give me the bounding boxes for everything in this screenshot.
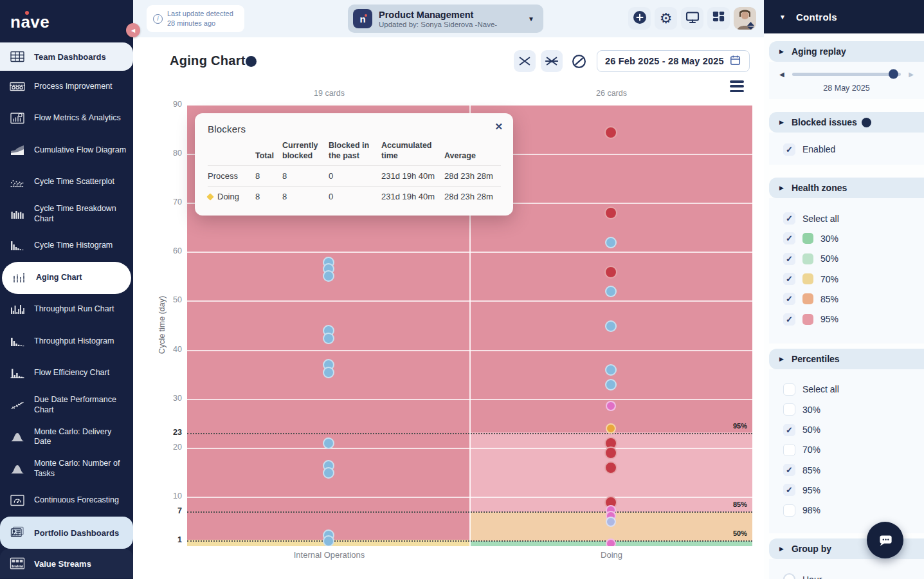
checkbox[interactable] (783, 293, 795, 305)
display-button[interactable] (681, 7, 703, 30)
trendlines-off-button[interactable] (541, 50, 563, 72)
sidebar-item-cycle-time-breakdown-chart[interactable]: Cycle Time Breakdown Chart (0, 198, 133, 230)
apps-button[interactable] (707, 7, 730, 30)
disable-button[interactable] (568, 50, 590, 72)
checkbox[interactable] (783, 383, 795, 396)
chart-dot[interactable] (323, 437, 334, 449)
trendlines-button[interactable] (514, 50, 536, 72)
radio-button[interactable] (783, 573, 795, 579)
sidebar-item-process-improvement[interactable]: Process Improvement (0, 71, 133, 103)
info-icon[interactable] (862, 118, 871, 127)
popup-cell: 231d 19h 40m (381, 187, 444, 207)
info-icon[interactable] (246, 56, 257, 67)
sidebar-item-cycle-time-histogram[interactable]: Cycle Time Histogram (0, 230, 133, 262)
section-aging-replay[interactable]: Aging replay (769, 41, 924, 62)
sidebar-item-cycle-time-scatterplot[interactable]: Cycle Time Scatterplot (0, 167, 133, 199)
dashboard-grid-icon (8, 49, 27, 64)
sidebar-item-monte-carlo-number-of-tasks[interactable]: Monte Carlo: Number of Tasks (0, 453, 133, 485)
scatterplot-icon (8, 174, 27, 190)
chart-dot[interactable] (323, 333, 334, 344)
table-row: Process880231d 19h 40m28d 23h 28m (208, 166, 501, 187)
checkbox[interactable] (783, 484, 795, 496)
list-item: 70% (769, 269, 924, 289)
sidebar-item-label: Value Streams (34, 559, 91, 569)
checkbox[interactable] (783, 464, 795, 476)
list-item: 85% (769, 289, 924, 309)
option-label: 70% (802, 445, 820, 455)
checkbox[interactable] (783, 232, 795, 244)
zone-color-swatch (802, 293, 813, 304)
chart-dot[interactable] (323, 535, 334, 546)
portfolio-icon (8, 525, 27, 540)
section-blocked-issues[interactable]: Blocked issues (769, 112, 924, 133)
sidebar-item-monte-carlo-delivery-date[interactable]: Monte Carlo: Delivery Date (0, 421, 133, 454)
trendlines-off-icon (545, 54, 559, 68)
sidebar-section-label: Team Dashboards (34, 52, 106, 62)
checkbox[interactable] (783, 212, 795, 225)
user-avatar[interactable] (734, 7, 756, 30)
sidebar-item-label: Continuous Forecasting (34, 495, 119, 506)
chat-button[interactable] (867, 522, 903, 558)
chart-dot[interactable] (323, 467, 334, 479)
sidebar-item-throughput-run-chart[interactable]: Throughput Run Chart (0, 294, 133, 326)
checkbox[interactable] (783, 273, 795, 285)
sidebar-item-aging-chart[interactable]: Aging Chart (2, 262, 131, 294)
sidebar-item-continuous-forecasting[interactable]: Continuous Forecasting (0, 485, 133, 517)
board-selector[interactable]: n Product Management Updated by: Sonya S… (348, 5, 543, 33)
chart-dot[interactable] (605, 320, 617, 332)
sidebar-nav: Process ImprovementFlow Metrics & Analyt… (0, 71, 133, 517)
checkbox[interactable] (783, 424, 795, 436)
section-health-zones[interactable]: Health zones (769, 178, 924, 198)
section-percentiles[interactable]: Percentiles (769, 349, 924, 369)
sidebar-section-portfolio-dashboards[interactable]: Portfolio Dashboards (0, 517, 133, 549)
checkbox[interactable] (783, 143, 795, 156)
chart-dot[interactable] (323, 367, 334, 378)
option-label: 85% (820, 294, 838, 304)
chart-dot[interactable] (323, 270, 334, 282)
checkbox[interactable] (783, 403, 795, 416)
y-tick: 90 (146, 100, 182, 109)
checkbox[interactable] (783, 444, 795, 456)
chart-dot[interactable] (605, 379, 617, 391)
menu-icon[interactable] (729, 80, 745, 93)
popup-cell: 8 (282, 187, 329, 207)
add-icon (632, 10, 648, 28)
sidebar-item-cumulative-flow-diagram[interactable]: Cumulative Flow Diagram (0, 134, 133, 167)
list-item: 85% (769, 460, 924, 480)
slider-step-forward[interactable] (909, 71, 914, 78)
checkbox[interactable] (783, 253, 795, 265)
option-label: Hour (802, 574, 822, 579)
slider-thumb[interactable] (889, 69, 898, 79)
close-icon[interactable] (494, 121, 503, 133)
settings-button[interactable]: ⚙ (655, 7, 677, 30)
sidebar-item-value-streams[interactable]: Value Streams (0, 549, 133, 578)
checkbox[interactable] (783, 504, 795, 517)
add-button[interactable] (628, 7, 651, 30)
sidebar-item-throughput-histogram[interactable]: Throughput Histogram (0, 326, 133, 358)
logo-accent-dot (25, 11, 29, 15)
sidebar-collapse-button[interactable] (126, 23, 140, 37)
sidebar-item-due-date-performance-chart[interactable]: Due Date Performance Chart (0, 389, 133, 421)
popup-column-header: Currently blocked (282, 141, 329, 166)
slider-step-back[interactable] (779, 71, 784, 78)
sidebar-item-flow-metrics-analytics[interactable]: Flow Metrics & Analytics (0, 103, 133, 135)
chart-dot[interactable] (606, 401, 616, 411)
date-range-picker[interactable]: 26 Feb 2025 - 28 May 2025 (597, 50, 750, 72)
info-icon (153, 14, 163, 24)
aging-replay-slider[interactable] (792, 73, 901, 76)
settings-icon: ⚙ (660, 12, 673, 26)
chevron-right-icon (779, 48, 784, 55)
y-tick: 20 (146, 443, 182, 452)
y-tick: 40 (146, 345, 182, 354)
chart-dot[interactable] (604, 266, 617, 279)
controls-header[interactable]: Controls (764, 0, 924, 33)
y-tick-percentile: 1 (146, 535, 182, 544)
sidebar-section-team-dashboards[interactable]: Team Dashboards (0, 42, 133, 71)
percentile-line (187, 540, 752, 542)
option-label: 50% (802, 425, 820, 435)
chart-dot[interactable] (606, 538, 616, 546)
sidebar: nave Team Dashboards Process Improvement… (0, 0, 133, 579)
checkbox[interactable] (783, 313, 795, 326)
flow-efficiency-icon (8, 365, 27, 381)
sidebar-item-flow-efficiency-chart[interactable]: Flow Efficiency Chart (0, 358, 133, 390)
